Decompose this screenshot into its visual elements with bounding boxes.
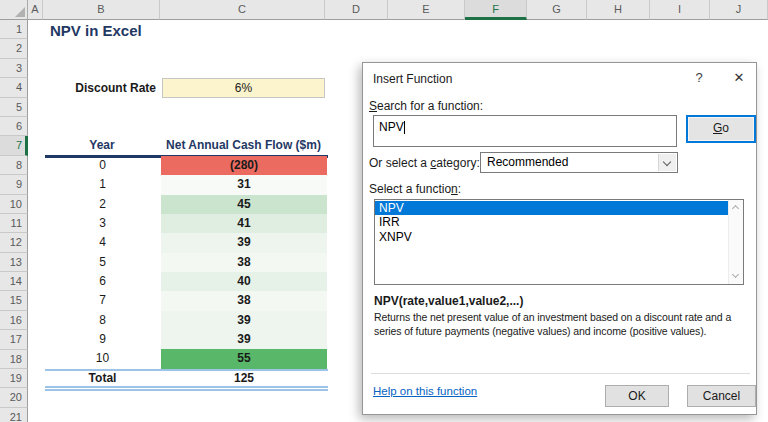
row-header-9[interactable]: 9 xyxy=(0,175,28,194)
column-header-h[interactable]: H xyxy=(587,0,650,20)
category-label-rest: ategory: xyxy=(436,156,479,170)
search-function-input[interactable]: NPV xyxy=(373,115,677,147)
scroll-down-icon[interactable] xyxy=(729,269,744,284)
category-dropdown[interactable]: Recommended xyxy=(480,152,678,173)
cashflow-cell[interactable]: 38 xyxy=(161,253,327,272)
cashflow-cell[interactable]: 40 xyxy=(161,272,327,291)
cancel-button[interactable]: Cancel xyxy=(687,385,756,407)
select-function-label: Select a function: xyxy=(369,182,461,196)
row-header-1[interactable]: 1 xyxy=(0,20,28,39)
listbox-scrollbar[interactable] xyxy=(728,200,743,284)
row-header-5[interactable]: 5 xyxy=(0,98,28,117)
total-label-cell[interactable]: Total xyxy=(44,369,161,387)
year-cell[interactable]: 2 xyxy=(44,195,161,214)
table-header-year[interactable]: Year xyxy=(44,136,160,155)
search-function-label: Search for a function: xyxy=(369,99,483,113)
year-cell[interactable]: 0 xyxy=(44,156,161,175)
column-header-f-selected[interactable]: F xyxy=(465,0,527,20)
row-header-18[interactable]: 18 xyxy=(0,350,28,369)
search-label-accelerator: S xyxy=(369,99,377,113)
row-header-19[interactable]: 19 xyxy=(0,369,28,388)
sheet-title[interactable]: NPV in Excel xyxy=(50,21,142,40)
table-row: 10 55 xyxy=(44,349,327,368)
column-header-d[interactable]: D xyxy=(325,0,388,20)
insert-function-dialog: Insert Function ? ✕ Search for a functio… xyxy=(362,62,757,415)
function-item-irr[interactable]: IRR xyxy=(375,215,728,229)
row-header-6[interactable]: 6 xyxy=(0,117,28,136)
select-all-corner[interactable] xyxy=(0,0,28,20)
row-header-11[interactable]: 11 xyxy=(0,214,28,233)
row-header-17[interactable]: 17 xyxy=(0,330,28,349)
year-cell[interactable]: 3 xyxy=(44,214,161,233)
cashflow-cell[interactable]: 39 xyxy=(161,311,327,330)
discount-rate-label[interactable]: Discount Rate xyxy=(44,78,156,98)
row-header-8[interactable]: 8 xyxy=(0,156,28,175)
column-header-i[interactable]: I xyxy=(650,0,710,20)
row-header-14[interactable]: 14 xyxy=(0,272,28,291)
category-selected-value: Recommended xyxy=(487,155,568,169)
year-cell[interactable]: 7 xyxy=(44,291,161,310)
column-header-g[interactable]: G xyxy=(527,0,587,20)
column-headers: A B C D E F G H I J xyxy=(0,0,768,20)
year-cell[interactable]: 10 xyxy=(44,349,161,368)
table-row: 5 38 xyxy=(44,253,327,272)
year-cell[interactable]: 6 xyxy=(44,272,161,291)
year-cell[interactable]: 1 xyxy=(44,175,161,194)
row-header-7-selected[interactable]: 7 xyxy=(0,136,28,155)
column-header-j[interactable]: J xyxy=(710,0,768,20)
dialog-help-icon[interactable]: ? xyxy=(687,68,711,88)
cashflow-cell[interactable]: (280) xyxy=(161,156,327,175)
cashflow-cell[interactable]: 55 xyxy=(161,349,327,368)
table-row: 0 (280) xyxy=(44,156,327,175)
table-row: 9 39 xyxy=(44,330,327,349)
table-row: 8 39 xyxy=(44,311,327,330)
category-dropdown-button[interactable] xyxy=(658,154,676,171)
row-header-15[interactable]: 15 xyxy=(0,291,28,310)
function-item-xnpv[interactable]: XNPV xyxy=(375,230,728,244)
chevron-down-icon xyxy=(663,158,671,166)
column-header-c[interactable]: C xyxy=(160,0,325,20)
dialog-close-icon[interactable]: ✕ xyxy=(727,68,751,88)
row-header-4[interactable]: 4 xyxy=(0,78,28,97)
year-cell[interactable]: 9 xyxy=(44,330,161,349)
row-headers: 1 2 3 4 5 6 7 8 9 10 11 12 13 14 15 16 1… xyxy=(0,20,28,422)
ok-button[interactable]: OK xyxy=(605,385,669,407)
row-header-13[interactable]: 13 xyxy=(0,253,28,272)
row-header-20[interactable]: 20 xyxy=(0,388,28,407)
go-button[interactable]: Go xyxy=(686,115,756,143)
cashflow-cell[interactable]: 39 xyxy=(161,233,327,252)
year-cell[interactable]: 4 xyxy=(44,233,161,252)
column-header-a[interactable]: A xyxy=(28,0,43,20)
table-header-cashflow[interactable]: Net Annual Cash Flow ($m) xyxy=(160,136,327,155)
scroll-up-icon[interactable] xyxy=(729,200,744,215)
row-header-10[interactable]: 10 xyxy=(0,195,28,214)
function-description: Returns the net present value of an inve… xyxy=(374,310,752,338)
total-value-cell[interactable]: 125 xyxy=(161,369,327,387)
cashflow-cell[interactable]: 39 xyxy=(161,330,327,349)
function-item-npv[interactable]: NPV xyxy=(375,201,728,215)
column-header-b[interactable]: B xyxy=(43,0,160,20)
column-header-e[interactable]: E xyxy=(388,0,465,20)
discount-rate-cell[interactable]: 6% xyxy=(162,78,325,98)
table-row: 6 40 xyxy=(44,272,327,291)
category-label-pre: Or select a xyxy=(369,156,430,170)
row-header-2[interactable]: 2 xyxy=(0,39,28,58)
row-header-21[interactable]: 21 xyxy=(0,408,28,422)
row-header-3[interactable]: 3 xyxy=(0,59,28,78)
year-cell[interactable]: 5 xyxy=(44,253,161,272)
cashflow-cell[interactable]: 38 xyxy=(161,291,327,310)
cashflow-cell[interactable]: 45 xyxy=(161,195,327,214)
go-accelerator: G xyxy=(713,121,722,135)
category-label: Or select a category: xyxy=(369,156,480,170)
table-row: 7 38 xyxy=(44,291,327,310)
row-header-12[interactable]: 12 xyxy=(0,233,28,252)
cashflow-cell[interactable]: 41 xyxy=(161,214,327,233)
dialog-divider xyxy=(371,373,750,374)
year-cell[interactable]: 8 xyxy=(44,311,161,330)
table-row: 4 39 xyxy=(44,233,327,252)
cashflow-cell[interactable]: 31 xyxy=(161,175,327,194)
total-bottom-border xyxy=(45,386,328,391)
row-header-16[interactable]: 16 xyxy=(0,311,28,330)
function-listbox[interactable]: NPV IRR XNPV xyxy=(374,199,744,285)
help-on-function-link[interactable]: Help on this function xyxy=(373,385,477,397)
